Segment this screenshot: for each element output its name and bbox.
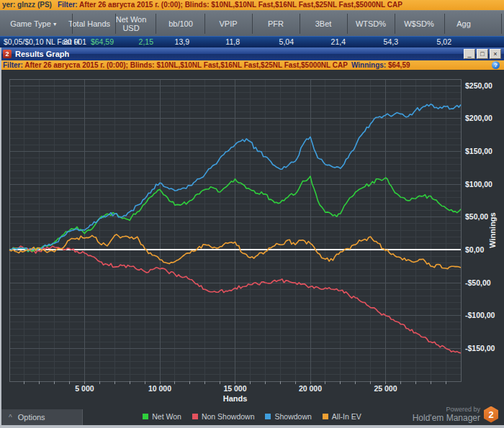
sort-arrow-icon: ▼: [53, 21, 58, 26]
hm2-app-icon: 2: [3, 50, 12, 58]
y-axis-title: Winnings: [488, 212, 497, 247]
column-header-vpip[interactable]: VPIP: [206, 19, 251, 27]
window-frame-bottom: [0, 425, 504, 428]
player-name: yer: glnzz (PS): [2, 1, 52, 9]
column-header-3bet[interactable]: 3Bet: [301, 19, 346, 27]
legend-swatch-icon: [192, 414, 198, 419]
filter-text: After 26 августа 2015 г. (0:00); Blinds:…: [24, 61, 348, 69]
stat-cell-net_won: $64,59: [91, 37, 114, 47]
column-header-agg[interactable]: Agg: [441, 19, 486, 27]
graph-filter-bar: Filter: After 26 августа 2015 г. (0:00);…: [0, 60, 504, 70]
column-header-wtsd-[interactable]: WTSD%: [348, 19, 393, 27]
y-tick-label: $250,00: [465, 81, 492, 90]
holdem-manager-text: Hold'em Manager: [413, 413, 480, 423]
legend-swatch-icon: [323, 414, 328, 419]
stat-cell-bb100: 2,15: [139, 37, 153, 47]
x-axis-title: Hands: [223, 394, 248, 403]
stats-row[interactable]: $0,05/$0,10 NL Fast H30 001$64,592,1513,…: [0, 36, 504, 47]
column-divider: [204, 14, 205, 34]
help-icon[interactable]: ?: [492, 61, 500, 69]
legend-swatch-icon: [265, 414, 271, 419]
column-header-w-sd-[interactable]: W$SD%: [397, 19, 441, 27]
chevron-up-icon: ^: [9, 414, 12, 422]
column-divider: [395, 14, 395, 34]
column-header-game-type[interactable]: Game Type▼: [6, 19, 62, 27]
legend-label: Non Showdown: [202, 412, 255, 421]
legend-item-showdown[interactable]: Showdown: [265, 412, 311, 421]
minimize-button[interactable]: _: [464, 49, 475, 59]
winnings-value: $64,59: [388, 61, 410, 69]
stat-cell-total_hands: 30 001: [63, 37, 86, 47]
parent-filter-bar: yer: glnzz (PS)Filter: After 26 августа …: [0, 0, 504, 10]
column-divider: [300, 14, 300, 34]
stat-cell-threebet: 5,04: [279, 37, 294, 47]
x-tick-label: 25 000: [374, 384, 397, 393]
column-divider: [115, 14, 116, 34]
column-divider: [72, 14, 73, 34]
legend-item-net-won[interactable]: Net Won: [143, 412, 181, 421]
window-title-bar[interactable]: 2 Results Graph _ □ ×: [0, 47, 504, 60]
x-tick-label: 20 000: [299, 384, 322, 393]
column-divider: [252, 14, 253, 34]
stat-cell-vpip: 13,9: [175, 37, 189, 47]
y-tick-label: -$150,00: [465, 344, 495, 352]
legend-swatch-icon: [143, 414, 148, 419]
maximize-button[interactable]: □: [477, 49, 488, 59]
filter-label: Filter:: [58, 1, 78, 9]
stat-cell-agg: 5,02: [437, 37, 451, 47]
powered-by: Powered by Hold'em Manager 2: [413, 406, 498, 423]
filter-text: After 26 августа 2015 г. (0:00); Blinds:…: [79, 1, 402, 9]
filter-label: Filter:: [3, 61, 23, 69]
options-label: Options: [18, 413, 45, 422]
legend-label: Showdown: [274, 412, 311, 421]
results-chart: 5 00010 00015 00020 00025 000Hands$250,0…: [0, 70, 504, 425]
powered-by-text: Powered by: [413, 406, 480, 413]
x-tick-label: 5 000: [75, 384, 94, 393]
column-divider: [501, 14, 502, 34]
column-header-bb-100[interactable]: bb/100: [158, 19, 203, 27]
x-tick-label: 10 000: [148, 384, 171, 393]
legend-label: Net Won: [152, 412, 181, 421]
legend-label: All-In EV: [332, 412, 361, 421]
legend-item-all-in-ev[interactable]: All-In EV: [323, 412, 361, 421]
stat-cell-pfr: 11,8: [225, 37, 240, 47]
column-header-pfr[interactable]: PFR: [253, 19, 298, 27]
hm2-badge-icon: 2: [484, 406, 498, 423]
close-button[interactable]: ×: [490, 49, 501, 59]
column-divider: [156, 14, 156, 34]
y-tick-label: $200,00: [465, 114, 492, 122]
window-title: Results Graph: [15, 47, 69, 60]
column-divider: [444, 14, 445, 34]
x-tick-label: 15 000: [223, 384, 246, 393]
stat-cell-wtsd: 21,4: [331, 37, 346, 47]
stat-cell-wsd: 54,3: [384, 37, 398, 47]
y-tick-label: $0,00: [465, 245, 484, 254]
hm2-results-graph-window: yer: glnzz (PS)Filter: After 26 августа …: [0, 0, 504, 428]
y-tick-label: $150,00: [465, 147, 492, 155]
legend-item-non-showdown[interactable]: Non Showdown: [192, 412, 255, 421]
options-button[interactable]: ^Options: [1, 409, 83, 426]
winnings-label: Winnings:: [351, 61, 386, 69]
column-divider: [347, 14, 348, 34]
window-frame-left: [0, 47, 1, 428]
y-tick-label: -$50,00: [465, 278, 491, 287]
y-tick-label: -$100,00: [465, 311, 495, 319]
y-tick-label: $50,00: [465, 212, 488, 221]
stats-table-header: Game Type▼Total HandsNet Won USDbb/100VP…: [0, 10, 504, 36]
column-header-total-hands[interactable]: Total Hands: [67, 19, 112, 27]
y-tick-label: $100,00: [465, 180, 492, 188]
